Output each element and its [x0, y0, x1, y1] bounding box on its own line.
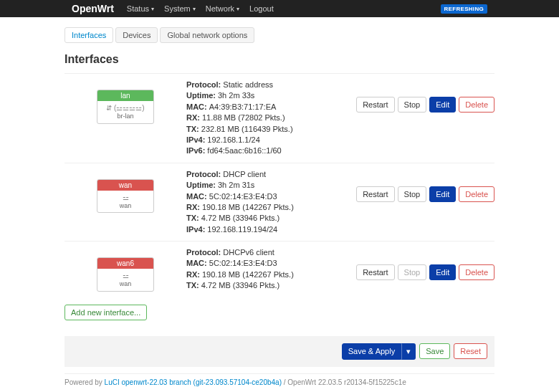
info-key: RX: — [186, 203, 202, 211]
stop-button: Stop — [398, 264, 427, 280]
info-key: MAC: — [186, 259, 209, 267]
info-value: 232.81 MB (116439 Pkts.) — [201, 125, 293, 133]
info-value: 11.88 MB (72802 Pkts.) — [202, 113, 285, 122]
info-value: 5C:02:14:E3:E4:D3 — [209, 259, 277, 267]
add-interface-button[interactable]: Add new interface... — [64, 305, 147, 320]
device-icon: ⇵ (⚍⚍⚍⚍) — [99, 103, 152, 113]
info-key: TX: — [186, 281, 201, 290]
restart-button[interactable]: Restart — [356, 264, 394, 280]
save-button[interactable]: Save — [419, 343, 450, 359]
page-title: Interfaces — [64, 53, 494, 66]
caret-down-icon: ▾ — [151, 6, 154, 12]
info-key: IPv4: — [186, 225, 207, 234]
edit-button[interactable]: Edit — [429, 186, 456, 202]
info-key: IPv4: — [186, 135, 207, 144]
info-value: fd64:5aac:6b16::1/60 — [207, 146, 281, 155]
interface-row: wan6⚍wanProtocol: DHCPv6 clientMAC: 5C:0… — [64, 241, 494, 297]
info-value: 192.168.1.1/24 — [207, 135, 259, 144]
info-value: DHCP client — [223, 170, 266, 178]
interface-badge[interactable]: wan6⚍wan — [97, 257, 154, 292]
tab-global-options[interactable]: Global network options — [160, 27, 254, 43]
interface-info: Protocol: DHCP clientUptime: 3h 2m 31sMA… — [186, 169, 366, 235]
info-key: IPv6: — [186, 146, 207, 155]
edit-button[interactable]: Edit — [429, 264, 456, 280]
save-apply-button[interactable]: Save & Apply — [342, 343, 401, 360]
device-icon: ⚍ — [99, 193, 152, 202]
apply-bar: Save & Apply ▾ Save Reset — [64, 336, 494, 367]
info-key: Uptime: — [186, 181, 218, 189]
interface-name: wan6 — [97, 258, 153, 269]
info-value: 4.72 MB (33946 Pkts.) — [201, 281, 280, 290]
info-value: 5C:02:14:E3:E4:D3 — [209, 192, 277, 201]
stop-button[interactable]: Stop — [398, 186, 427, 202]
info-value: Static address — [223, 80, 273, 89]
top-navbar: OpenWrt Status▾ System▾ Network▾ Logout … — [0, 0, 559, 17]
nav-system[interactable]: System▾ — [164, 4, 196, 13]
tab-interfaces[interactable]: Interfaces — [64, 27, 113, 43]
interface-row: lan⇵ (⚍⚍⚍⚍)br-lanProtocol: Static addres… — [64, 73, 494, 163]
interface-row: wan⚍wanProtocol: DHCP clientUptime: 3h 2… — [64, 163, 494, 241]
tab-devices[interactable]: Devices — [115, 27, 158, 43]
info-value: 190.18 MB (142267 Pkts.) — [202, 270, 294, 279]
delete-button[interactable]: Delete — [459, 264, 494, 280]
info-key: TX: — [186, 214, 201, 222]
restart-button[interactable]: Restart — [356, 97, 394, 113]
info-key: MAC: — [186, 102, 209, 111]
refreshing-badge[interactable]: REFRESHING — [441, 4, 487, 14]
caret-down-icon: ▾ — [236, 6, 239, 12]
restart-button[interactable]: Restart — [356, 186, 394, 202]
info-key: Protocol: — [186, 170, 223, 178]
nav-network[interactable]: Network▾ — [206, 4, 239, 13]
device-icon: ⚍ — [99, 271, 152, 280]
info-key: TX: — [186, 125, 201, 133]
info-key: Protocol: — [186, 248, 223, 257]
nav-status[interactable]: Status▾ — [127, 4, 154, 13]
info-value: 4.72 MB (33946 Pkts.) — [201, 214, 280, 222]
info-value: 192.168.119.194/24 — [207, 225, 277, 234]
info-key: RX: — [186, 113, 202, 122]
info-key: MAC: — [186, 192, 209, 201]
caret-down-icon: ▾ — [193, 6, 196, 12]
device-name: wan — [99, 280, 152, 289]
interface-info: Protocol: DHCPv6 clientMAC: 5C:02:14:E3:… — [186, 247, 366, 292]
info-key: RX: — [186, 270, 202, 279]
info-value: 3h 2m 31s — [218, 181, 254, 189]
save-apply-dropdown[interactable]: ▾ — [401, 343, 416, 360]
info-value: A4:39:B3:71:17:EA — [209, 102, 277, 111]
info-key: Uptime: — [186, 91, 218, 100]
reset-button[interactable]: Reset — [454, 343, 487, 359]
tabs: Interfaces Devices Global network option… — [64, 27, 494, 43]
info-value: 190.18 MB (142267 Pkts.) — [202, 203, 294, 211]
info-value: DHCPv6 client — [223, 248, 274, 257]
device-name: wan — [99, 202, 152, 211]
interface-badge[interactable]: wan⚍wan — [97, 179, 154, 214]
device-name: br-lan — [99, 113, 152, 121]
delete-button[interactable]: Delete — [459, 97, 494, 113]
delete-button[interactable]: Delete — [459, 186, 494, 202]
info-key: Protocol: — [186, 80, 223, 89]
interface-badge[interactable]: lan⇵ (⚍⚍⚍⚍)br-lan — [97, 90, 154, 124]
interface-info: Protocol: Static addressUptime: 3h 2m 33… — [186, 80, 366, 157]
info-value: 3h 2m 33s — [218, 91, 254, 100]
edit-button[interactable]: Edit — [429, 97, 456, 113]
nav-logout[interactable]: Logout — [249, 4, 274, 13]
interface-name: wan — [97, 180, 153, 191]
brand[interactable]: OpenWrt — [72, 3, 114, 14]
interface-name: lan — [97, 90, 153, 101]
stop-button[interactable]: Stop — [398, 97, 427, 113]
